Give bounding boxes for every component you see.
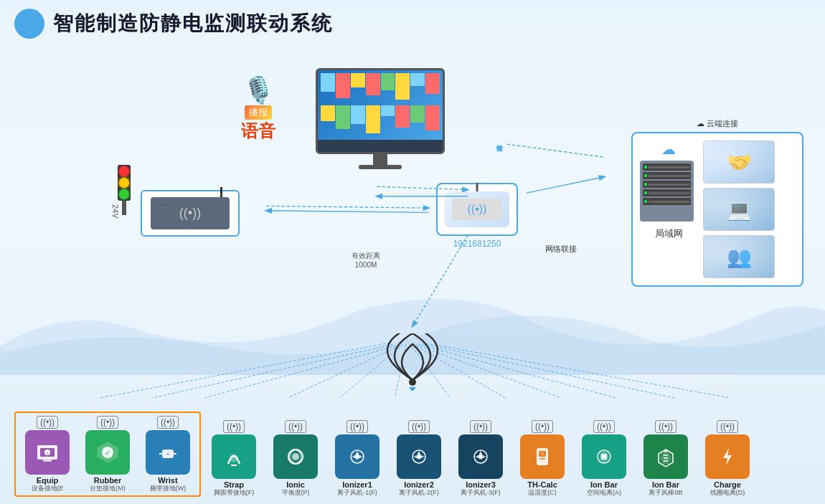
wrist-icon: +: [146, 430, 190, 475]
ionizer1-name: Ionizer1: [342, 480, 372, 489]
device-equip: ((•)) + Equip 设备接地(E: [19, 416, 76, 493]
device-strap: ((•)) Strap 脚跟带接地(F): [205, 420, 263, 497]
monitor-wrap: [308, 68, 452, 169]
small-router-antenna: [220, 187, 222, 197]
wireless-icon: [369, 333, 456, 391]
ionizer1-signal: ((•)): [346, 420, 368, 433]
wrist-subname: 腕带接地(W): [150, 485, 187, 493]
main-router-antenna: [476, 183, 478, 191]
svg-point-51: [664, 450, 667, 452]
svg-text:+: +: [46, 450, 50, 457]
range-label: 有效距离 1000M: [352, 251, 380, 269]
ionizer3-signal: ((•)): [470, 420, 491, 433]
svg-point-34: [230, 454, 238, 462]
voltage-label: 24V: [111, 204, 120, 219]
svg-point-39: [355, 455, 359, 459]
ionizer1-subname: 离子风机-1(F): [337, 489, 377, 497]
device-charge: ((•)) Charge 线圈电离(D): [699, 420, 756, 497]
ion-bar-a-icon: [582, 434, 626, 479]
svg-point-41: [417, 455, 421, 459]
traffic-light-red: [119, 166, 129, 176]
ionic-subname: 平衡度(P): [282, 489, 310, 497]
ionizer3-icon: [458, 434, 503, 479]
ionizer2-signal: ((•)): [408, 420, 430, 433]
router-ip: 1921681250: [423, 239, 531, 249]
ionizer2-name: Ionizer2: [404, 480, 434, 489]
svg-rect-24: [43, 460, 52, 462]
page-title: 智能制造防静电监测联动系统: [53, 10, 333, 37]
monitor-screen: [318, 70, 443, 140]
strap-subname: 脚跟带接地(F): [214, 489, 255, 497]
diagram: 🎙️ 播报 语音 24V ((•)) ((•): [0, 47, 825, 504]
svg-line-3: [266, 206, 429, 208]
equip-name: Equip: [37, 476, 59, 485]
ion-bar-a-signal: ((•)): [593, 420, 615, 433]
ionizer2-icon: [397, 434, 441, 479]
ion-bar-b-subname: 离子风棒0B: [649, 489, 682, 497]
photos-col: 🤝 💻 👥: [703, 141, 775, 278]
rubber-icon: ✓: [85, 430, 130, 475]
monitor: [316, 68, 445, 154]
server-col: ☁ 局域网: [640, 141, 697, 240]
ionic-signal: ((•)): [285, 420, 306, 433]
equip-icon: +: [25, 430, 70, 475]
mascot-label2: 语音: [222, 120, 294, 143]
traffic-light-green: [119, 189, 129, 199]
mascot: 🎙️ 播报 语音: [222, 75, 294, 143]
device-rubber: ((•)) ✓ Rubber 台垫接地(M): [79, 416, 136, 493]
cloud-connect-label: ☁ 云端连接: [631, 118, 803, 129]
small-router-body: ((•)): [151, 197, 230, 229]
lan-label: 局域网: [640, 227, 697, 240]
photo-2: 💻: [703, 188, 775, 231]
wireless-center: [369, 333, 456, 394]
device-ionizer2: ((•)) Ionizer2 离子风机-2(F): [390, 420, 448, 497]
charge-icon: [705, 434, 750, 479]
ion-bar-a-subname: 空间电离(A): [587, 489, 621, 497]
wrist-name: Wrist: [158, 476, 177, 485]
strap-signal: ((•)): [223, 420, 245, 433]
th-calc-name: TH-Calc: [527, 480, 557, 489]
main-router: ((•)) 1921681250: [423, 183, 531, 249]
device-ion-bar-b: ((•)) Ion Bar 离子风棒0B: [637, 420, 694, 497]
charge-signal: ((•)): [717, 420, 738, 433]
monitor-base: [359, 165, 402, 169]
device-wrist: ((•)) + Wrist 腕带接地(W): [139, 416, 197, 493]
ionic-icon: [273, 434, 318, 479]
ionizer3-subname: 离子风机-3(F): [461, 489, 501, 497]
rubber-name: Rubber: [94, 476, 122, 485]
device-ion-bar-a: ((•)) Ion Bar 空间电离(A): [575, 420, 633, 497]
ionizer2-subname: 离子风机-2(F): [399, 489, 439, 497]
ion-bar-b-signal: ((•)): [655, 420, 676, 433]
rubber-subname: 台垫接地(M): [90, 485, 126, 493]
right-cloud-box: ☁ 局域网 🤝 💻 👥: [631, 132, 803, 287]
cloud-icon: ☁: [640, 141, 697, 158]
equip-subname: 设备接地(E: [32, 485, 64, 493]
svg-line-4: [266, 211, 429, 213]
small-router: ((•)): [140, 190, 240, 237]
device-ionizer3: ((•)) Ionizer3 离子风机-3(F): [452, 420, 509, 497]
svg-marker-21: [409, 387, 416, 391]
server-rack: [640, 161, 694, 222]
svg-line-2: [527, 177, 605, 194]
small-router-box: ((•)): [141, 190, 240, 237]
svg-rect-48: [539, 458, 545, 460]
rubber-signal: ((•)): [97, 416, 118, 429]
network-label: 网络联接: [545, 244, 577, 255]
charge-subname: 线圈电离(D): [710, 489, 745, 497]
th-calc-subname: 温湿度(C): [528, 489, 557, 497]
traffic-light: [122, 172, 126, 215]
header-circle: [14, 9, 44, 39]
main-router-img: ((•)): [445, 191, 509, 227]
ion-bar-b-name: Ion Bar: [652, 480, 679, 489]
equip-signal: ((•)): [37, 416, 58, 429]
devices-strip: ((•)) + Equip 设备接地(E ((•)): [14, 412, 811, 497]
ion-bar-b-icon: [644, 434, 688, 479]
device-group-bordered: ((•)) + Equip 设备接地(E ((•)): [14, 412, 201, 497]
th-calc-icon: °C %: [520, 434, 565, 479]
ionic-name: Ionic: [286, 480, 305, 489]
svg-text:✓: ✓: [105, 449, 110, 457]
header: 智能制造防静电监测联动系统: [0, 0, 825, 47]
th-calc-signal: ((•)): [532, 420, 553, 433]
svg-line-19: [507, 144, 605, 157]
right-panel: ☁ 云端连接 ☁ 局域网 🤝 💻: [631, 118, 803, 287]
